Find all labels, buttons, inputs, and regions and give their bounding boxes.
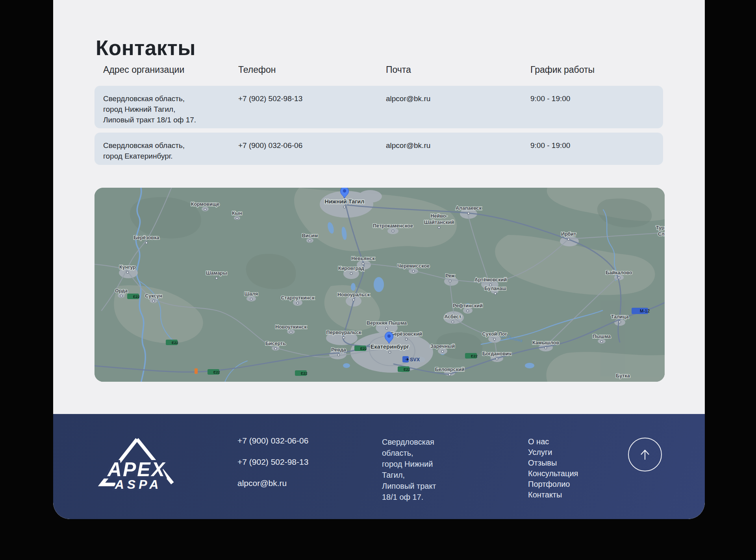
city-label: Камышлов (532, 340, 559, 346)
footer-address-line: город Нижний (382, 458, 436, 469)
city-label: Берёзовка (134, 235, 160, 240)
row-address: Свердловская область,город Нижний Тагил,… (103, 93, 196, 125)
city-label: Невьянск (351, 256, 375, 261)
city-label: Кировград (338, 266, 364, 271)
city-label: Новоуральск (337, 292, 370, 298)
city-label: Сухой Лог (482, 331, 507, 337)
footer-email[interactable]: alpcor@bk.ru (237, 479, 287, 488)
city-label: Реж (445, 273, 455, 279)
city-label: Кунгур (119, 264, 136, 270)
road-badge: Е22 (398, 366, 410, 372)
road-badge: ✈SVX (402, 356, 420, 362)
city-label: Орда (115, 288, 128, 294)
svg-text:Е22: Е22 (301, 371, 308, 375)
footer-address-line: область, (382, 447, 436, 458)
address-line: Свердловская область, (103, 140, 185, 151)
screenshot-stage: Контакты Адрес организацииТелефонПочтаГр… (0, 0, 756, 560)
city-label: Нейво- (431, 213, 448, 219)
footer-address-line: Тагил, (382, 469, 436, 481)
svg-text:SVX: SVX (410, 357, 420, 362)
city-label: Ревда (331, 347, 346, 353)
footer-phone-2[interactable]: +7 (902) 502-98-13 (237, 457, 308, 467)
svg-text:Е22: Е22 (172, 340, 178, 345)
city-label: Нижний Тагил (324, 198, 364, 205)
city-label: Новоуткинск (275, 324, 307, 330)
footer-link[interactable]: Отзывы (528, 458, 578, 468)
city-label: Талица (611, 314, 629, 320)
svg-text:М-12: М-12 (640, 309, 650, 313)
footer: APEX ASPA +7 (900) 032-06-06 +7 (902) 50… (53, 414, 705, 519)
road-badge: Е22 (295, 370, 308, 376)
road-badge: Е22 (465, 353, 478, 359)
footer-phone-1[interactable]: +7 (900) 032-06-06 (237, 436, 308, 445)
arrow-up-icon (637, 446, 653, 463)
footer-link[interactable]: Услуги (528, 447, 578, 458)
city-label: Екатеринбург (371, 344, 409, 350)
scroll-to-top-button[interactable] (628, 438, 662, 471)
city-label: Алапаевск (456, 205, 482, 211)
road-badge (195, 368, 198, 374)
city-label: Кын (232, 211, 242, 216)
road-badge: Е22 (127, 294, 140, 299)
city-label: Рефтинский (453, 303, 483, 309)
row-address: Свердловская область,город Екатеринбург. (103, 140, 185, 161)
city-label: Пышма (593, 334, 611, 339)
city-label: Суксун (145, 293, 162, 299)
address-line: Свердловская область, (103, 93, 196, 104)
footer-address-line: Липовый тракт (382, 481, 436, 492)
apex-aspa-logo[interactable]: APEX ASPA (97, 437, 176, 491)
city-label: Первоуральск (326, 330, 362, 335)
svg-text:Е22: Е22 (404, 367, 410, 371)
city-label: Бисерть (265, 341, 286, 346)
map-canvas: р. Пышма Е22Е22Е22Е22Е22Е22Е22М-12✈SVX Н… (94, 188, 665, 382)
region-map[interactable]: р. Пышма Е22Е22Е22Е22Е22Е22Е22М-12✈SVX Н… (94, 188, 665, 382)
address-line: Липовый тракт 18/1 оф 17. (103, 115, 196, 125)
row-email: alpcor@bk.ru (386, 93, 430, 104)
page: Контакты Адрес организацииТелефонПочтаГр… (53, 0, 705, 519)
logo-text-aspa: ASPA (115, 477, 162, 491)
city-label: Петрокаменское (373, 223, 413, 229)
road-badge: Е22 (166, 340, 178, 345)
row-phone: +7 (902) 502-98-13 (238, 93, 302, 104)
table-row: Свердловская область,город Екатеринбург.… (94, 133, 663, 165)
city-label: Кормовище (191, 201, 219, 207)
row-hours: 9:00 - 19:00 (530, 140, 570, 151)
footer-address-line: 18/1 оф 17. (382, 492, 436, 503)
svg-text:Е22: Е22 (360, 346, 367, 351)
road-badge: Е22 (354, 346, 367, 351)
road-badge: Е22 (208, 369, 220, 375)
svg-text:Е22: Е22 (133, 294, 140, 299)
city-label: Верхняя Пышма (367, 320, 407, 326)
footer-link[interactable]: Консультация (528, 468, 578, 479)
address-line: город Екатеринбург. (103, 151, 185, 161)
svg-text:Е22: Е22 (471, 354, 478, 358)
footer-nav: О насУслугиОтзывыКонсультацияПортфолиоКо… (528, 436, 578, 500)
address-line: город Нижний Тагил, (103, 104, 196, 115)
city-label: Ирбит (561, 231, 576, 237)
footer-link[interactable]: Портфолио (528, 479, 578, 490)
city-label: Бутка (616, 373, 630, 379)
city-label: Асбест (444, 314, 461, 320)
city-label: Висим (302, 233, 318, 238)
row-phone: +7 (900) 032-06-06 (238, 140, 302, 151)
table-row: Свердловская область,город Нижний Тагил,… (94, 86, 663, 128)
city-label: Шайтанский (424, 220, 454, 225)
footer-link[interactable]: О нас (528, 436, 578, 447)
row-hours: 9:00 - 19:00 (530, 93, 570, 104)
footer-address-line: Свердловская (382, 436, 436, 447)
footer-address: Свердловскаяобласть,город НижнийТагил,Ли… (382, 436, 436, 503)
svg-text:✈: ✈ (406, 357, 409, 362)
city-label: Заречный (430, 344, 455, 349)
city-label: Туринская (656, 225, 665, 231)
svg-text:Е22: Е22 (213, 370, 220, 374)
city-label: Шаля (245, 291, 258, 297)
city-label: Байкалово (606, 270, 632, 275)
city-label: Шамары (206, 270, 227, 276)
footer-link[interactable]: Контакты (528, 490, 578, 500)
city-label: Черемисское (397, 263, 430, 269)
city-label: Богданович (482, 351, 511, 357)
row-email: alpcor@bk.ru (386, 140, 430, 151)
city-label: Белоярский (435, 367, 465, 372)
city-label: Берёзовский (391, 331, 422, 337)
road-badge: М-12 (632, 308, 650, 314)
